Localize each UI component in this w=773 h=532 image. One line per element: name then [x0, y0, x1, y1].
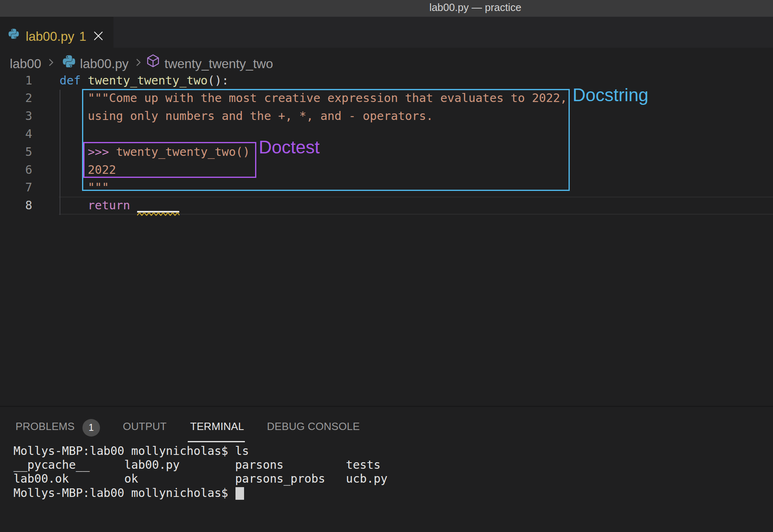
- panel-tab-debug-console[interactable]: DEBUG CONSOLE: [267, 421, 360, 432]
- line-number: 7: [0, 179, 32, 197]
- code-token: ______: [137, 198, 180, 212]
- line-number: 2: [0, 89, 32, 107]
- code-token: return: [88, 198, 130, 212]
- line-number: 8: [0, 197, 32, 215]
- code-line: def twenty_twenty_two():: [60, 72, 229, 90]
- line-number: 1: [0, 72, 32, 90]
- doctest-annotation-box: [83, 142, 256, 178]
- code-token: ():: [208, 73, 229, 87]
- terminal-line: lab00.ok ok parsons_probs ucb.py: [13, 472, 387, 486]
- terminal-line: Mollys-MBP:lab00 mollynicholas$: [13, 486, 235, 500]
- line-number: 5: [0, 143, 32, 161]
- panel-tab-output[interactable]: OUTPUT: [123, 421, 167, 432]
- vscode-window: lab00.py — practice lab00.py 1 lab00lab0…: [0, 0, 773, 532]
- docstring-annotation-label: Docstring: [573, 86, 649, 104]
- line-number: 3: [0, 107, 32, 125]
- terminal-cursor: [235, 487, 244, 500]
- problems-count-badge: 1: [82, 419, 100, 437]
- code-token: [81, 73, 88, 87]
- terminal-line: Mollys-MBP:lab00 mollynicholas$ ls: [13, 444, 249, 458]
- doctest-annotation-label: Doctest: [259, 138, 320, 156]
- code-editor[interactable]: 12345678 def twenty_twenty_two(): """Com…: [0, 0, 773, 406]
- panel-tab-bar: PROBLEMS1OUTPUTTERMINALDEBUG CONSOLE: [0, 421, 773, 446]
- warning-squiggle: [137, 212, 180, 216]
- line-number: 6: [0, 161, 32, 179]
- code-token: twenty_twenty_two: [88, 73, 208, 87]
- active-panel-tab-underline: [188, 441, 245, 442]
- panel-tab-problems[interactable]: PROBLEMS: [16, 421, 75, 432]
- terminal-line: __pycache__ lab00.py parsons tests: [13, 458, 380, 472]
- panel-tab-terminal[interactable]: TERMINAL: [190, 421, 244, 432]
- code-token: def: [60, 73, 81, 87]
- code-token: [130, 198, 137, 212]
- code-token: [60, 198, 88, 212]
- line-number: 4: [0, 125, 32, 143]
